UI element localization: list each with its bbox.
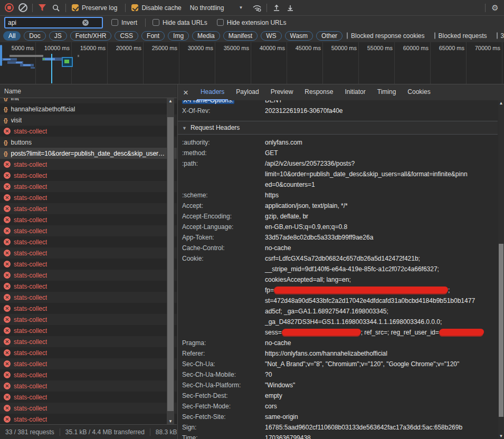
tab-timing[interactable]: Timing xyxy=(374,84,400,100)
tab-headers[interactable]: Headers xyxy=(197,84,228,100)
request-row[interactable]: ✕stats-collect xyxy=(0,358,177,369)
request-row[interactable]: {}buttons xyxy=(0,137,177,148)
json-braces-icon: {} xyxy=(4,106,7,112)
filter-pill-font[interactable]: Font xyxy=(141,31,165,41)
request-row[interactable]: ✕stats-collect xyxy=(0,325,177,336)
third-party-requests-label[interactable]: 3rd-party requests xyxy=(501,32,504,40)
blocked-requests-checkbox[interactable] xyxy=(434,32,435,39)
request-row[interactable]: ✕stats-collect xyxy=(0,380,177,392)
invert-checkbox[interactable] xyxy=(111,19,118,26)
request-row[interactable]: ✕stats-collect xyxy=(0,192,177,203)
close-details-icon[interactable]: × xyxy=(183,88,188,97)
filter-pill-fetch-xhr[interactable]: Fetch/XHR xyxy=(70,31,112,41)
tab-initiator[interactable]: Initiator xyxy=(341,84,369,100)
preserve-log-label[interactable]: Preserve log xyxy=(82,4,117,12)
request-row[interactable]: ✕stats-collect xyxy=(0,292,177,303)
request-row[interactable]: ✕stats-collect xyxy=(0,392,177,403)
scroll-up-icon[interactable]: ▲ xyxy=(167,99,174,103)
tab-cookies[interactable]: Cookies xyxy=(404,84,434,100)
disable-cache-checkbox[interactable] xyxy=(131,4,138,11)
preserve-log-checkbox[interactable] xyxy=(72,4,79,11)
network-overview-timeline[interactable]: 5000 ms10000 ms15000 ms20000 ms25000 ms3… xyxy=(0,42,504,84)
settings-button[interactable]: ⚙ xyxy=(488,1,502,15)
request-row[interactable]: ✕stats-collect xyxy=(0,159,177,170)
hide-data-urls-label[interactable]: Hide data URLs xyxy=(163,19,207,26)
third-party-requests-checkbox[interactable] xyxy=(497,32,498,39)
clear-button[interactable] xyxy=(16,1,30,15)
blocked-response-cookies-checkbox[interactable] xyxy=(347,32,348,39)
request-row[interactable]: ✕stats-collect xyxy=(0,336,177,347)
transferred-size: 35.1 kB / 4.4 MB transferred xyxy=(60,428,150,436)
request-row[interactable]: {}hannahelizabethofficial xyxy=(0,103,177,114)
request-row[interactable]: ✕stats-collect xyxy=(0,126,177,137)
request-details-panel: × HeadersPayloadPreviewResponseInitiator… xyxy=(177,84,504,439)
invert-label[interactable]: Invert xyxy=(121,19,137,26)
hide-extension-urls-label[interactable]: Hide extension URLs xyxy=(227,19,287,26)
scrollbar-thumb[interactable] xyxy=(499,244,503,417)
filter-pill-media[interactable]: Media xyxy=(192,31,220,41)
request-list-scrollbar[interactable]: ▲ ▼ xyxy=(167,98,174,424)
request-row[interactable]: ✕stats-collect xyxy=(0,347,177,358)
record-button[interactable] xyxy=(2,1,16,15)
request-row[interactable]: ✕stats-collect xyxy=(0,303,177,314)
request-row[interactable]: {}init xyxy=(0,98,177,103)
throttling-select[interactable]: No throttling ▼ xyxy=(190,4,243,12)
request-headers-section-toggle[interactable]: ▼Request Headers xyxy=(178,121,498,135)
header-name: Sec-Ch-Ua: xyxy=(178,359,265,369)
request-row[interactable]: ✕stats-collect xyxy=(0,414,177,424)
blocked-requests-label[interactable]: Blocked requests xyxy=(439,32,487,40)
details-scrollbar[interactable]: ▲ ▼ xyxy=(498,100,504,439)
blocked-response-cookies-label[interactable]: Blocked response cookies xyxy=(351,32,424,40)
error-icon: ✕ xyxy=(4,305,11,312)
waterfall-bar xyxy=(44,58,55,60)
request-row[interactable]: ✕stats-collect xyxy=(0,170,177,181)
clear-filter-icon[interactable]: ✕ xyxy=(82,20,89,26)
scrollbar-thumb[interactable] xyxy=(167,117,174,411)
scroll-down-icon[interactable]: ▼ xyxy=(498,434,504,438)
disable-cache-label[interactable]: Disable cache xyxy=(141,4,181,12)
error-icon: ✕ xyxy=(4,183,11,190)
filter-pill-manifest[interactable]: Manifest xyxy=(223,31,258,41)
scroll-up-icon[interactable]: ▲ xyxy=(498,101,504,106)
request-row[interactable]: ✕stats-collect xyxy=(0,181,177,192)
filter-pill-js[interactable]: JS xyxy=(49,31,67,41)
filter-pill-img[interactable]: Img xyxy=(168,31,189,41)
tab-preview[interactable]: Preview xyxy=(267,84,297,100)
filter-toggle-button[interactable] xyxy=(35,1,49,15)
filter-pill-wasm[interactable]: Wasm xyxy=(285,31,313,41)
scroll-down-icon[interactable]: ▼ xyxy=(167,419,174,424)
tab-response[interactable]: Response xyxy=(301,84,337,100)
hide-extension-urls-checkbox[interactable] xyxy=(217,19,224,26)
header-value-line: https://onlyfans.com/hannahelizabethoffi… xyxy=(265,348,387,359)
request-row[interactable]: {}visit xyxy=(0,114,177,126)
request-row[interactable]: ✕stats-collect xyxy=(0,403,177,414)
filter-pill-ws[interactable]: WS xyxy=(261,31,281,41)
filter-pill-doc[interactable]: Doc xyxy=(24,31,45,41)
request-row[interactable]: {}posts?limit=10&order=publish_date_desc… xyxy=(0,148,177,159)
request-row[interactable]: ✕stats-collect xyxy=(0,236,177,247)
timeline-tick-label: 25000 ms xyxy=(144,45,177,51)
request-row[interactable]: ✕stats-collect xyxy=(0,369,177,380)
header-value-line: limit=10&order=publish_date_desc&skip_us… xyxy=(265,169,468,179)
request-row[interactable]: ✕stats-collect xyxy=(0,314,177,325)
import-har-button[interactable] xyxy=(270,1,283,15)
tab-payload[interactable]: Payload xyxy=(232,84,262,100)
resources-size: 88.3 kB xyxy=(150,428,177,436)
name-column-header[interactable]: Name xyxy=(0,84,177,98)
request-row[interactable]: ✕stats-collect xyxy=(0,259,177,270)
request-row[interactable]: ✕stats-collect xyxy=(0,281,177,292)
search-button[interactable] xyxy=(49,1,63,15)
request-row[interactable]: ✕stats-collect xyxy=(0,270,177,281)
hide-data-urls-checkbox[interactable] xyxy=(153,19,159,26)
request-row[interactable]: ✕stats-collect xyxy=(0,225,177,236)
filter-pill-css[interactable]: CSS xyxy=(115,31,138,41)
request-row[interactable]: ✕stats-collect xyxy=(0,247,177,259)
request-row[interactable]: ✕stats-collect xyxy=(0,203,177,214)
header-value-line: ?0 xyxy=(265,369,272,380)
request-row[interactable]: ✕stats-collect xyxy=(0,214,177,225)
filter-pill-other[interactable]: Other xyxy=(316,31,343,41)
export-har-button[interactable] xyxy=(283,1,297,15)
filter-pill-all[interactable]: All xyxy=(3,31,21,41)
network-conditions-button[interactable] xyxy=(250,1,264,15)
header-value-line: 202312261916-30670fa40e xyxy=(265,106,343,116)
